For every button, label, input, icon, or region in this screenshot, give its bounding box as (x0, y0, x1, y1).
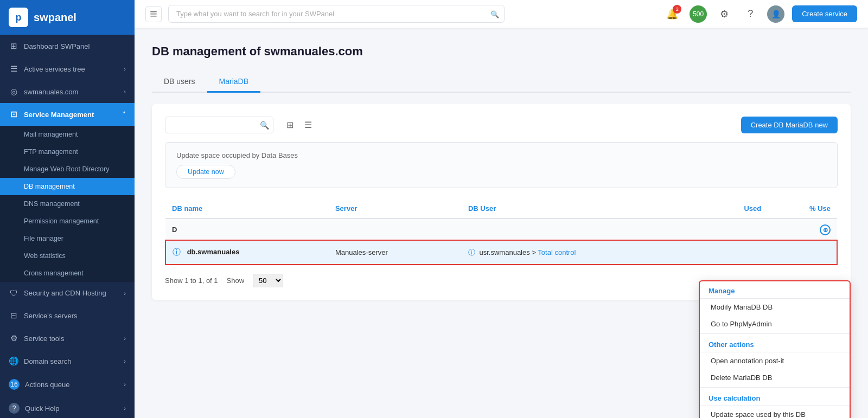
submenu-label: DB management (24, 183, 75, 190)
expand-icon[interactable]: ⊕ (820, 224, 831, 235)
sidebar-logo: p swpanel (0, 0, 135, 35)
sidebar-item-dns[interactable]: DNS management (0, 195, 135, 213)
db-user-cell: ⓘ usr.swmanuales > Total control (462, 240, 706, 265)
update-notice-text: Update space occupied by Data Bases (176, 151, 826, 159)
db-search-icon[interactable]: 🔍 (260, 121, 269, 130)
col-db-name[interactable]: DB name (165, 199, 329, 218)
sidebar-item-mail[interactable]: Mail management (0, 126, 135, 143)
create-service-button[interactable]: Create service (792, 5, 857, 22)
chevron-right-icon: › (124, 290, 126, 297)
sidebar-item-label: Dashboard SWPanel (24, 42, 90, 50)
info-icon[interactable]: ⓘ (173, 247, 181, 256)
server-cell: Manuales-server (329, 240, 462, 265)
service-icon: ⊡ (9, 110, 18, 119)
sidebar-item-active-services[interactable]: ☰ Active services tree › (0, 57, 135, 80)
notifications-button[interactable]: 🔔 2 (663, 5, 681, 23)
logo-icon: p (9, 8, 28, 27)
context-modify-mariadb[interactable]: Modify MariaDB DB (700, 299, 850, 316)
avatar-icon: 👤 (771, 10, 781, 18)
update-now-button[interactable]: Update now (176, 165, 235, 179)
section-group-d: D ⊕ (165, 218, 837, 240)
chevron-right-icon: › (124, 66, 126, 72)
context-phpmyadmin[interactable]: Go to PhpMyAdmin (700, 316, 850, 332)
view-icons: ⊞ ☰ (282, 118, 316, 133)
settings-button[interactable]: ⚙ (715, 5, 733, 23)
sidebar-item-crons[interactable]: Crons management (0, 265, 135, 282)
user-info-icon: ⓘ (468, 248, 475, 256)
content-panel: 🔍 ⊞ ☰ Create DB MariaDB new Update space… (152, 104, 851, 300)
app-name: swpanel (34, 11, 76, 24)
submenu-label: Web statistics (24, 252, 66, 260)
sidebar-item-label: Security and CDN Hosting (24, 289, 106, 297)
col-db-user[interactable]: DB User (462, 199, 706, 218)
sidebar-item-ftp[interactable]: FTP management (0, 143, 135, 160)
sidebar-item-actions-queue[interactable]: 16 Actions queue › (0, 372, 135, 396)
db-search-wrap: 🔍 (165, 117, 273, 133)
svg-rect-0 (150, 11, 157, 12)
page-title: DB management of swmanuales.com (152, 44, 851, 59)
sidebar-item-services-servers[interactable]: ⊟ Service's servers (0, 304, 135, 327)
svg-rect-1 (150, 14, 157, 15)
sidebar-item-label: swmanuales.com (24, 88, 78, 96)
context-divider-2 (700, 387, 850, 388)
topbar: 🔍 🔔 2 500 ⚙ ? 👤 Create service (135, 0, 868, 28)
sidebar-item-db[interactable]: DB management (0, 178, 135, 195)
grid-view-button[interactable]: ⊞ (282, 118, 297, 133)
submenu-label: Mail management (24, 131, 78, 138)
sidebar-item-label: Service tools (24, 335, 64, 343)
sidebar-item-dashboard[interactable]: ⊞ Dashboard SWPanel (0, 35, 135, 57)
sidebar-item-service-management[interactable]: ⊡ Service Management ˄ (0, 103, 135, 126)
list-view-button[interactable]: ☰ (301, 118, 316, 133)
tab-mariadb[interactable]: MariaDB (207, 72, 260, 93)
submenu-label: File manager (24, 235, 63, 242)
search-input[interactable] (168, 5, 505, 23)
help-button[interactable]: ? (741, 5, 760, 23)
star-icon: 500 (690, 5, 707, 23)
create-db-button[interactable]: Create DB MariaDB new (741, 117, 838, 133)
db-name-value: db.swmanuales (187, 248, 240, 256)
table-row[interactable]: ⓘ db.swmanuales Manuales-server ⓘ usr.sw… (165, 240, 837, 265)
user-avatar[interactable]: 👤 (767, 5, 784, 23)
sidebar-item-web-root[interactable]: Manage Web Root Directory (0, 160, 135, 178)
sidebar-item-quick-help[interactable]: ? Quick Help › (0, 396, 135, 418)
search-icon[interactable]: 🔍 (490, 10, 499, 18)
col-used[interactable]: Used (706, 199, 768, 218)
context-annotation[interactable]: Open annotation post-it (700, 352, 850, 369)
sidebar-item-domain-search[interactable]: 🌐 Domain search › (0, 350, 135, 372)
shield-icon: 🛡 (9, 288, 18, 298)
globe-icon: 🌐 (9, 356, 18, 366)
show-label: Show (227, 276, 245, 285)
sidebar-item-label: Service's servers (24, 312, 78, 320)
tools-icon: ⚙ (9, 333, 18, 343)
submenu-label: FTP management (24, 148, 78, 156)
total-control-link[interactable]: Total control (538, 248, 576, 256)
update-notice: Update space occupied by Data Bases Upda… (165, 142, 838, 188)
sidebar-item-service-tools[interactable]: ⚙ Service tools › (0, 327, 135, 350)
sidebar-item-label: Domain search (24, 357, 71, 365)
sidebar-item-security-cdn[interactable]: 🛡 Security and CDN Hosting › (0, 282, 135, 304)
db-search-input[interactable] (165, 117, 273, 133)
sidebar-item-label: Actions queue (25, 381, 69, 389)
sidebar-item-label: Quick Help (25, 404, 60, 413)
context-calc-title: Use calculation (700, 389, 850, 406)
col-server[interactable]: Server (329, 199, 462, 218)
context-update-space[interactable]: Update space used by this DB (700, 406, 850, 418)
submenu-label: Permission management (24, 217, 99, 225)
sidebar-item-swmanuales[interactable]: ◎ swmanuales.com › (0, 80, 135, 103)
notifications-badge: 2 (673, 5, 681, 14)
logo-letter: p (16, 12, 22, 23)
tab-db-users[interactable]: DB users (152, 72, 207, 93)
pagination-text: Show 1 to 1, of 1 (165, 276, 218, 285)
points-button[interactable]: 500 (689, 5, 707, 23)
sidebar-item-file-manager[interactable]: File manager (0, 230, 135, 247)
per-page-select[interactable]: 50 10 25 100 (253, 274, 283, 287)
sidebar-item-permission[interactable]: Permission management (0, 213, 135, 230)
sidebar-item-web-stats[interactable]: Web statistics (0, 247, 135, 265)
sidebar-item-label: Active services tree (24, 65, 85, 73)
sidebar-toggle-button[interactable] (145, 6, 162, 22)
chevron-right-icon: › (124, 88, 126, 95)
context-menu: Manage Modify MariaDB DB Go to PhpMyAdmi… (699, 280, 851, 418)
context-delete-db[interactable]: Delete MariaDB DB (700, 369, 850, 386)
col-percent-use[interactable]: % Use (768, 199, 837, 218)
context-other-title: Other actions (700, 335, 850, 352)
